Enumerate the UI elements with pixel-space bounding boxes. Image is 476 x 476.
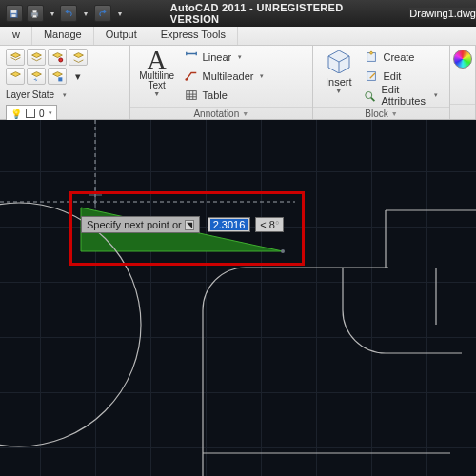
edit-attr-icon [364,88,377,103]
svg-rect-9 [186,91,196,100]
qat-redo-drop-icon[interactable]: ▾ [115,10,125,18]
qat-undo-drop-icon[interactable]: ▾ [81,10,90,18]
layer-lock-icon[interactable] [48,49,67,66]
distance-input[interactable]: 2.3016 [208,217,251,232]
angle-input[interactable]: < 8° [255,217,284,232]
panel-title-block[interactable]: Block▼ [313,107,449,119]
multileader-button[interactable]: Multileader▾ [184,68,270,85]
svg-rect-5 [33,14,37,17]
prompt-options-icon[interactable]: ◥ [185,220,194,230]
svg-point-12 [366,92,372,99]
create-icon [364,50,379,65]
table-button[interactable]: Table [184,87,270,104]
svg-rect-7 [58,77,62,81]
layer-color-swatch [26,109,35,118]
tab-express-tools[interactable]: Express Tools [149,27,238,45]
drawing-canvas[interactable]: Specify next point or ◥ 2.3016 < 8° [0,120,476,476]
layer-caret-icon[interactable]: ▾ [69,68,88,85]
edit-attributes-button[interactable]: Edit Attributes▾ [364,87,444,104]
layer-match-icon[interactable] [6,68,25,85]
layer-iso-icon[interactable] [48,68,67,85]
file-name: Drawing1.dwg [409,8,476,19]
qat-redo-icon[interactable] [94,5,111,22]
table-icon [184,88,199,103]
bulb-icon: 💡 [10,109,22,119]
ribbon: ▾ Layer State ▾ 💡 0 ▾ Layers▼ A [0,46,476,120]
linear-dim-button[interactable]: Linear▾ [184,49,270,66]
layer-state-label: Layer State [6,89,60,100]
tab-output[interactable]: Output [94,27,149,45]
edit-block-button[interactable]: Edit [364,68,444,85]
dynamic-input: Specify next point or ◥ 2.3016 < 8° [81,215,284,234]
layer-prev-icon[interactable] [27,68,46,85]
qat-print-icon[interactable] [27,5,44,22]
color-wheel-icon[interactable] [453,50,472,69]
panel-title-annotation[interactable]: Annotation▼ [130,107,312,119]
command-prompt: Specify next point or ◥ [81,216,200,233]
svg-point-21 [281,249,285,253]
layer-freeze-icon[interactable] [27,49,46,66]
ribbon-tabs: w Manage Output Express Tools [0,27,476,46]
current-layer-name: 0 [39,109,45,119]
chevron-down-icon[interactable]: ▾ [63,91,67,99]
svg-point-6 [58,57,62,61]
svg-rect-2 [12,14,16,17]
create-block-button[interactable]: Create [364,49,444,66]
title-bar: ▾ ▾ ▾ AutoCAD 2011 - UNREGISTERED VERSIO… [0,0,476,27]
svg-point-8 [185,78,188,81]
tab-view[interactable]: w [1,27,32,45]
qat-dropdown-icon[interactable]: ▾ [48,10,57,18]
chevron-down-icon: ▾ [49,109,52,117]
qat-save-icon[interactable] [6,5,23,22]
linear-icon [184,50,199,65]
qat-undo-icon[interactable] [60,5,77,22]
multiline-text-button[interactable]: A Multiline Text ▼ [136,49,178,97]
app-title: AutoCAD 2011 - UNREGISTERED VERSION [170,2,393,25]
multileader-icon [184,69,199,84]
tab-manage[interactable]: Manage [32,27,94,45]
svg-rect-1 [11,10,17,13]
edit-icon [364,69,379,84]
insert-block-button[interactable]: Insert ▼ [319,49,358,94]
layer-state-icon[interactable] [6,49,25,66]
svg-rect-4 [33,10,37,13]
layer-off-icon[interactable] [69,49,88,66]
